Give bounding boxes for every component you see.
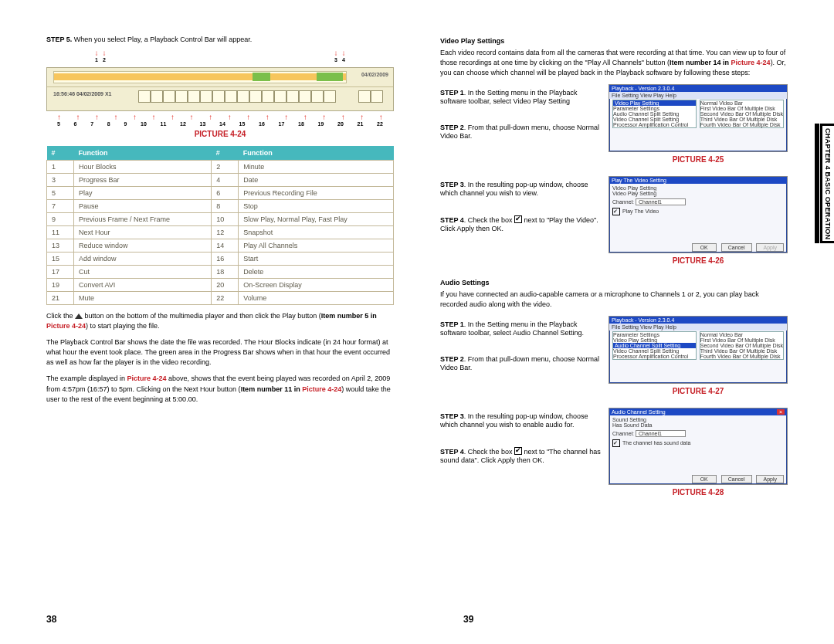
checkbox-icon: ✔ <box>514 215 522 223</box>
table-row: Minute <box>239 161 394 174</box>
table-row: 18 <box>212 266 239 279</box>
picture-4-25-caption: PICTURE 4-25 <box>609 155 788 164</box>
hour-ruler <box>53 71 347 83</box>
cancel-button[interactable]: Cancel <box>721 475 752 483</box>
table-row: Previous Frame / Next Frame <box>74 213 212 226</box>
table-row: Play <box>74 187 212 200</box>
vps-step-1: STEP 1. In the Setting menu in the Playb… <box>440 89 602 107</box>
table-row: Play All Channels <box>239 239 394 253</box>
table-row: Stop <box>239 200 394 213</box>
aud-step-2: STEP 2. From that pull-down menu, choose… <box>440 355 602 373</box>
ctrl-timestamp: 16:56:46 04/02/2009 X1 <box>53 91 112 97</box>
vps-step-3: STEP 3. In the resulting pop-up window, … <box>440 181 602 198</box>
aud-step-3: STEP 3. In the resulting pop-up window, … <box>440 412 602 430</box>
ctrl-top: 04/02/2009 <box>47 68 393 87</box>
aud-step-4: STEP 4. Check the box ✔ next to "The cha… <box>440 447 602 466</box>
cancel-button[interactable]: Cancel <box>721 243 752 252</box>
table-row: Snapshot <box>239 226 394 239</box>
table-row: Cut <box>74 266 212 279</box>
top-callout-arrows: 1 2 3 4 <box>93 49 348 63</box>
table-row: 20 <box>212 279 239 292</box>
picture-4-26-caption: PICTURE 4-26 <box>609 256 788 265</box>
ctrl-date: 04/02/2009 <box>361 72 388 77</box>
checkbox-icon[interactable]: ✔ <box>612 208 620 215</box>
ctrl-bottom: 16:56:46 04/02/2009 X1 <box>53 88 387 105</box>
picture-4-28-caption: PICTURE 4-28 <box>609 488 788 497</box>
table-row: Hour Blocks <box>74 161 212 174</box>
table-row: 19 <box>47 279 74 292</box>
page-38: STEP 5. When you select Play, a Playback… <box>0 0 417 644</box>
table-row: Previous Recording File <box>239 187 394 200</box>
page-38-number: 38 <box>46 614 56 625</box>
table-row: Slow Play, Normal Play, Fast Play <box>239 213 394 226</box>
ok-button[interactable]: OK <box>692 243 717 252</box>
video-play-settings-intro: Each video record contains data from all… <box>440 48 788 78</box>
para-click-play: Click the button on the bottom of the mu… <box>46 311 394 331</box>
th-num-2: # <box>212 146 239 161</box>
side-tab-accent <box>815 124 819 243</box>
step-5-body: When you select Play, a Playback Control… <box>72 36 252 43</box>
table-row: Add window <box>74 253 212 266</box>
table-row: 13 <box>47 239 74 253</box>
picture-4-24-caption: PICTURE 4-24 <box>46 130 394 138</box>
table-row: 4 <box>212 174 239 187</box>
para-example: The example displayed in Picture 4-24 ab… <box>46 374 394 404</box>
close-icon[interactable]: × <box>777 409 785 415</box>
table-row: 9 <box>47 213 74 226</box>
table-row: Pause <box>74 200 212 213</box>
callout-1: 1 <box>93 49 100 63</box>
table-row: 2 <box>212 161 239 174</box>
channel-select[interactable]: Channel1 <box>636 198 686 205</box>
chapter-side-label: CHAPTER 4 BASIC OPERATION <box>824 128 832 239</box>
screenshot-4-28: Audio Channel Setting× Sound Setting Has… <box>609 408 788 485</box>
callout-3: 3 <box>332 49 340 63</box>
function-table: # Function # Function 1 Hour Blocks 2 Mi… <box>46 146 394 305</box>
vps-step-4: STEP 4. Check the box ✔ next to "Play th… <box>440 215 602 234</box>
table-row: Reduce window <box>74 239 212 253</box>
audio-settings-intro: If you have connected an audio-capable c… <box>440 290 788 310</box>
table-row: 14 <box>212 239 239 253</box>
th-num-1: # <box>47 146 74 161</box>
table-row: 6 <box>212 187 239 200</box>
table-row: 12 <box>212 226 239 239</box>
page-39-number: 39 <box>463 614 788 625</box>
table-row: 16 <box>212 253 239 266</box>
th-func-1: Function <box>74 146 212 161</box>
table-row: 8 <box>212 200 239 213</box>
table-row: 3 <box>47 174 74 187</box>
callout-4: 4 <box>340 49 348 63</box>
table-row: Delete <box>239 266 394 279</box>
table-row: 7 <box>47 200 74 213</box>
step-5-prefix: STEP 5. <box>46 36 72 43</box>
channel-select[interactable]: Channel1 <box>636 430 686 437</box>
apply-button[interactable]: Apply <box>756 475 784 483</box>
table-row: 1 <box>47 161 74 174</box>
table-row: 21 <box>47 292 74 305</box>
aud-step-1: STEP 1. In the Setting menu in the Playb… <box>440 320 602 338</box>
page-39: Video Play Settings Each video record co… <box>417 0 834 644</box>
table-row: Date <box>239 174 394 187</box>
table-row: 17 <box>47 266 74 279</box>
screenshot-4-25: Playback - Version 2.3.0.4 File Setting … <box>609 84 788 152</box>
triangle-up-icon <box>75 314 83 319</box>
chapter-side-tab: CHAPTER 4 BASIC OPERATION <box>820 124 834 243</box>
checkbox-icon[interactable]: ✔ <box>612 439 620 447</box>
checkbox-icon: ✔ <box>514 447 522 455</box>
table-row: Progress Bar <box>74 174 212 187</box>
ok-button[interactable]: OK <box>692 475 717 483</box>
table-row: 5 <box>47 187 74 200</box>
table-row: Start <box>239 253 394 266</box>
audio-settings-heading: Audio Settings <box>440 279 788 286</box>
table-row: Next Hour <box>74 226 212 239</box>
step-5-line: STEP 5. When you select Play, a Playback… <box>46 36 394 44</box>
table-row: Volume <box>239 292 394 305</box>
apply-button[interactable]: Apply <box>756 243 784 252</box>
table-row: On-Screen Display <box>239 279 394 292</box>
table-row: Convert AVI <box>74 279 212 292</box>
video-play-settings-heading: Video Play Settings <box>440 37 788 45</box>
bottom-callout-arrows <box>57 113 383 121</box>
table-row: 15 <box>47 253 74 266</box>
table-row: 22 <box>212 292 239 305</box>
callout-2: 2 <box>100 49 108 63</box>
table-row: 11 <box>47 226 74 239</box>
